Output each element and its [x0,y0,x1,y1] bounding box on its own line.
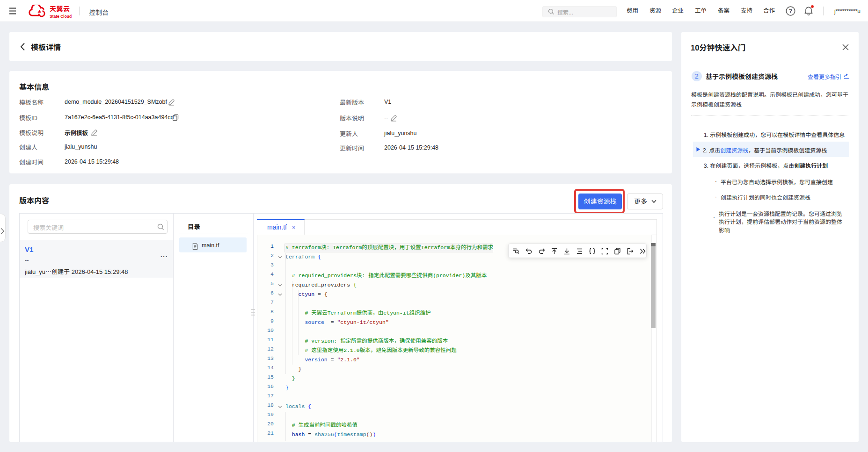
svg-text:?: ? [789,8,792,14]
